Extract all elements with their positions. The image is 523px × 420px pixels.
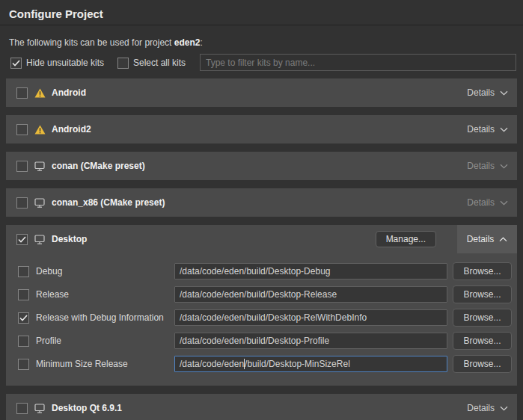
build-config-checkbox[interactable]: [18, 312, 29, 324]
kit-header-android2[interactable]: Android2 Details: [6, 115, 517, 143]
select-all-kits-checkbox[interactable]: [117, 58, 129, 69]
kit-name: conan (CMake preset): [52, 161, 145, 171]
details-button[interactable]: Details: [467, 161, 508, 171]
build-config-row-debug: Debug Browse...: [6, 262, 517, 280]
build-config-row-profile: Profile Browse...: [6, 332, 517, 350]
details-button-expanded[interactable]: Details: [457, 225, 517, 253]
warning-icon: [34, 125, 46, 135]
desktop-icon: [34, 235, 46, 244]
hide-unsuitable-kits-checkbox[interactable]: [10, 58, 22, 69]
minsizerel-path-input[interactable]: /data/code/eden/build/Desktop-MinSizeRel: [174, 356, 447, 372]
kit-header-conan-x86[interactable]: conan_x86 (CMake preset) Details: [6, 188, 517, 217]
kit-name: Android: [52, 87, 86, 98]
hide-unsuitable-kits-label: Hide unsuitable kits: [26, 58, 104, 68]
build-config-label: Minimum Size Release: [36, 359, 128, 369]
intro-text: The following kits can be used for proje…: [9, 37, 203, 48]
desktop-build-configs: Debug Browse... Release Browse... Releas…: [6, 253, 517, 386]
details-label: Details: [467, 124, 495, 135]
kit-card-android: Android Details: [6, 78, 517, 107]
configure-project-page: { "window": { "title": "Configure Projec…: [0, 0, 523, 420]
build-config-checkbox[interactable]: [18, 266, 29, 277]
kit-header-android[interactable]: Android Details: [6, 78, 517, 107]
build-config-checkbox[interactable]: [18, 336, 29, 347]
build-config-checkbox[interactable]: [18, 359, 29, 370]
kit-name: Desktop Qt 6.9.1: [52, 403, 122, 413]
details-button[interactable]: Details: [467, 87, 508, 98]
kit-filter-input[interactable]: [200, 54, 516, 71]
profile-path-input[interactable]: [174, 333, 447, 349]
browse-button[interactable]: Browse...: [453, 332, 512, 350]
intro-prefix: The following kits can be used for proje…: [9, 37, 174, 48]
build-config-label: Release with Debug Information: [36, 312, 164, 323]
hide-unsuitable-kits-option[interactable]: Hide unsuitable kits: [10, 54, 104, 72]
title-divider: [0, 25, 523, 25]
kit-card-android2: Android2 Details: [6, 115, 517, 143]
kit-checkbox[interactable]: [16, 197, 28, 209]
build-config-row-release: Release Browse...: [6, 285, 517, 303]
details-button[interactable]: Details: [467, 124, 508, 135]
build-config-label: Debug: [36, 266, 62, 277]
kit-card-desktop-qt: Desktop Qt 6.9.1 Details: [6, 394, 517, 420]
kit-checkbox[interactable]: [16, 403, 28, 414]
details-label: Details: [467, 403, 495, 413]
details-button[interactable]: Details: [467, 403, 508, 413]
kit-header-desktop[interactable]: Desktop Manage... Details: [6, 225, 517, 253]
kit-header-conan[interactable]: conan (CMake preset) Details: [6, 152, 517, 180]
kit-checkbox[interactable]: [16, 124, 28, 135]
build-config-checkbox[interactable]: [18, 289, 29, 300]
chevron-down-icon: [500, 200, 508, 206]
kit-card-conan: conan (CMake preset) Details: [6, 152, 517, 180]
warning-icon: [34, 88, 46, 98]
debug-path-input[interactable]: [174, 263, 447, 280]
path-text-before-caret: /data/code/eden: [180, 359, 244, 369]
desktop-icon: [34, 198, 46, 208]
chevron-down-icon: [500, 90, 508, 96]
kit-name: Android2: [52, 124, 91, 135]
chevron-down-icon: [500, 406, 508, 411]
kit-name: conan_x86 (CMake preset): [52, 197, 165, 208]
page-title: Configure Project: [9, 7, 103, 20]
kit-header-desktop-qt[interactable]: Desktop Qt 6.9.1 Details: [6, 394, 517, 420]
browse-button[interactable]: Browse...: [453, 309, 512, 327]
chevron-down-icon: [500, 164, 508, 169]
build-config-label: Release: [36, 289, 69, 300]
kit-checkbox[interactable]: [16, 234, 28, 245]
manage-button[interactable]: Manage...: [376, 231, 436, 247]
chevron-up-icon: [499, 237, 507, 242]
build-config-row-minsizerel: Minimum Size Release /data/code/eden/bui…: [6, 355, 517, 373]
filter-controls: Hide unsuitable kits Select all kits: [0, 54, 523, 72]
details-label: Details: [467, 197, 495, 208]
check-icon: [19, 315, 28, 321]
release-path-input[interactable]: [174, 286, 447, 303]
relwithdebinfo-path-input[interactable]: [174, 309, 447, 326]
kit-card-desktop: Desktop Manage... Details Debug Browse..…: [6, 225, 517, 386]
browse-button[interactable]: Browse...: [453, 262, 512, 280]
details-label: Details: [467, 87, 495, 98]
chevron-down-icon: [500, 127, 508, 132]
select-all-kits-label: Select all kits: [133, 58, 186, 68]
check-icon: [12, 60, 20, 67]
kit-list: Android Details Android2 Details: [6, 78, 517, 420]
kit-card-conan-x86: conan_x86 (CMake preset) Details: [6, 188, 517, 217]
intro-suffix: :: [200, 37, 202, 48]
select-all-kits-option[interactable]: Select all kits: [117, 54, 186, 72]
kit-checkbox[interactable]: [16, 161, 28, 172]
browse-button[interactable]: Browse...: [453, 285, 512, 303]
kit-checkbox[interactable]: [16, 87, 28, 99]
project-name: eden2: [174, 37, 201, 48]
details-label: Details: [467, 234, 495, 244]
check-icon: [18, 236, 26, 243]
kit-name: Desktop: [52, 234, 87, 244]
build-config-row-relwithdebinfo: Release with Debug Information Browse...: [6, 309, 517, 327]
desktop-icon: [34, 404, 46, 413]
build-config-label: Profile: [36, 336, 61, 346]
browse-button[interactable]: Browse...: [453, 355, 512, 373]
details-button[interactable]: Details: [467, 197, 508, 208]
path-text-after-caret: /build/Desktop-MinSizeRel: [245, 359, 350, 369]
desktop-icon: [34, 161, 46, 171]
details-label: Details: [467, 161, 495, 171]
